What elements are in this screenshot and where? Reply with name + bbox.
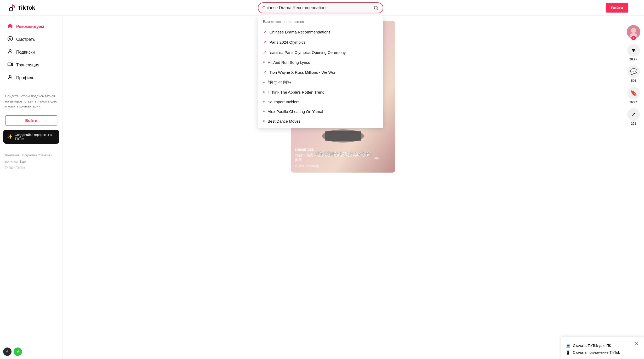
search-box[interactable] — [258, 2, 383, 13]
svg-point-7 — [9, 75, 11, 77]
sidebar-following-icon — [7, 49, 13, 56]
dropdown-title: Вам может понравиться — [258, 20, 383, 27]
dropdown-item[interactable]: ↗Chinese Drama Recommendations — [258, 27, 383, 37]
dropdown-item[interactable]: I Think The Apple's Rotten Trend — [258, 87, 383, 97]
trending-up-icon: ↗ — [263, 40, 266, 45]
dropdown-item-text: Tion Wayne X Russ Millions - We Won — [270, 70, 337, 75]
header-login-button[interactable]: Войти — [606, 3, 628, 13]
svg-rect-6 — [8, 63, 12, 66]
download-icon: 💻 — [566, 344, 570, 348]
svg-point-3 — [8, 36, 13, 41]
download-banner-header: 💻Скачать TikTok для ПК📱Скачать приложени… — [566, 341, 639, 355]
bullet-icon — [263, 120, 265, 122]
sidebar-item-label: Смотреть — [16, 37, 35, 42]
dropdown-item[interactable]: ↗Paris 2024 Olympics — [258, 37, 383, 47]
effects-banner[interactable]: ✨ Создавайте эффекты в TikTok — [3, 130, 59, 144]
dropdown-item-text: Hit And Run Song Lyrics — [268, 60, 310, 65]
right-sidebar: + ♥ 20.2K 💬 596 🔖 3227 ↗ 291 — [623, 16, 644, 359]
sidebar-item-live[interactable]: Трансляция — [2, 59, 60, 71]
sidebar-item-label: Профиль — [16, 76, 34, 80]
download-banner: 💻Скачать TikTok для ПК📱Скачать приложени… — [560, 337, 644, 359]
search-icon — [373, 5, 379, 10]
logo[interactable]: TikTok — [6, 3, 35, 13]
search-dropdown: Вам может понравиться ↗Chinese Drama Rec… — [258, 15, 383, 128]
download-text: Скачать приложение TikTok — [573, 350, 620, 355]
comment-icon: 💬 — [627, 65, 640, 78]
like-button[interactable]: ♥ 20.2K — [627, 44, 640, 61]
bullet-icon — [263, 101, 265, 102]
video-subtitle: 直到看到女儿将地上的狗盆 — [310, 151, 377, 157]
download-icon: 📱 — [566, 350, 570, 355]
share-count: 291 — [631, 122, 636, 126]
download-text: Скачать TikTok для ПК — [573, 344, 611, 348]
dropdown-item[interactable]: Southport Incident — [258, 97, 383, 107]
svg-line-2 — [377, 9, 378, 10]
bullet-icon — [263, 82, 265, 83]
header-right: Войти ⋮ — [606, 3, 638, 13]
video-music: ♫ 原声 - zhaojing — [295, 164, 380, 168]
header: TikTok Вам может понравиться ↗Chinese Dr… — [0, 0, 644, 16]
svg-rect-12 — [325, 131, 361, 141]
sidebar-item-label: Рекомендуем — [16, 24, 44, 29]
share-button[interactable]: ↗ 291 — [627, 108, 640, 126]
sidebar-footer: Компания Программа Условия и политики Ещ… — [0, 148, 62, 175]
footer-link[interactable]: Программа — [20, 153, 37, 157]
like-count: 20.2K — [629, 58, 638, 61]
dropdown-item-text: 'satanic' Paris Olympics Opening Ceremon… — [270, 50, 346, 55]
bullet-icon — [263, 91, 265, 93]
trending-up-icon: ↗ — [263, 50, 266, 55]
share-icon: ↗ — [627, 108, 640, 121]
copyright: © 2024 TikTok — [5, 165, 57, 171]
tiktok-logo-icon — [6, 3, 16, 13]
dropdown-item-text: বিপি নুর এর ভিডিও — [268, 80, 291, 85]
bookmark-button[interactable]: 🔖 3227 — [627, 87, 640, 104]
svg-point-4 — [9, 38, 11, 39]
bullet-icon — [263, 61, 265, 63]
sidebar-item-following[interactable]: Подписки — [2, 46, 60, 58]
search-button[interactable] — [373, 5, 379, 10]
effects-banner-text: Создавайте эффекты в TikTok — [15, 133, 56, 141]
svg-point-1 — [374, 6, 377, 9]
header-more-button[interactable]: ⋮ — [632, 5, 638, 11]
trending-up-icon: ↗ — [263, 30, 266, 35]
dropdown-item-text: Alex Padilla Cheating On Yamal — [268, 109, 323, 114]
dropdown-item[interactable]: Hit And Run Song Lyrics — [258, 58, 383, 67]
footer-link[interactable]: Компания — [5, 153, 20, 157]
comment-count: 596 — [631, 79, 636, 83]
download-item[interactable]: 💻Скачать TikTok для ПК — [566, 344, 620, 348]
sidebar-item-profile[interactable]: Профиль — [2, 72, 60, 84]
comment-button[interactable]: 💬 596 — [627, 65, 640, 83]
dropdown-item[interactable]: বিপি নুর এর ভিডিও — [258, 77, 383, 87]
dropdown-item[interactable]: ↗Tion Wayne X Russ Millions - We Won — [258, 67, 383, 77]
dropdown-item[interactable]: Alex Padilla Cheating On Yamal — [258, 107, 383, 116]
sidebar-live-icon — [7, 61, 13, 69]
sidebar-item-recommend[interactable]: Рекомендуем — [2, 20, 60, 33]
sidebar-recommend-icon — [7, 23, 13, 30]
sidebar-item-label: Подписки — [16, 50, 35, 55]
tiktok-app-icon[interactable] — [3, 347, 12, 356]
trending-up-icon: ↗ — [263, 70, 266, 75]
download-banner-content: 💻Скачать TikTok для ПК📱Скачать приложени… — [566, 341, 620, 355]
follow-plus-icon[interactable]: + — [631, 35, 636, 41]
dropdown-item[interactable]: ↗'satanic' Paris Olympics Opening Ceremo… — [258, 47, 383, 58]
search-input[interactable] — [263, 3, 373, 13]
bullet-icon — [263, 111, 265, 112]
avatar-wrap[interactable]: + — [627, 25, 640, 39]
dropdown-item-text: Paris 2024 Olympics — [270, 40, 306, 44]
dropdown-item-text: Chinese Drama Recommendations — [270, 30, 330, 34]
sidebar-divider — [4, 87, 58, 87]
close-download-banner-button[interactable]: ✕ — [635, 341, 639, 347]
dropdown-item-text: Best Dance Moves — [268, 119, 301, 123]
svg-point-0 — [9, 7, 13, 11]
footer-link[interactable]: Еще — [19, 160, 26, 163]
dropdown-item[interactable]: Best Dance Moves — [258, 116, 383, 126]
like-icon: ♥ — [627, 44, 640, 56]
right-sidebar-content: + ♥ 20.2K 💬 596 🔖 3227 ↗ 291 — [627, 20, 640, 130]
sidebar-item-explore[interactable]: Смотреть — [2, 33, 60, 45]
download-item[interactable]: 📱Скачать приложение TikTok — [566, 350, 620, 355]
green-icon[interactable]: ⚡ — [14, 347, 22, 356]
bookmark-icon: 🔖 — [627, 87, 640, 99]
logo-text: TikTok — [18, 4, 35, 11]
sidebar-login-button[interactable]: Войти — [5, 115, 57, 126]
dropdown-item-text: Southport Incident — [268, 100, 300, 104]
